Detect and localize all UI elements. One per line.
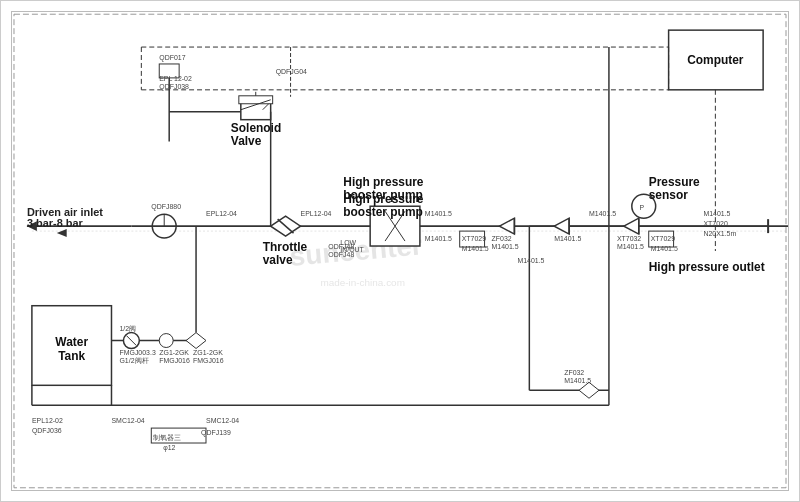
svg-text:M1401.5: M1401.5	[703, 210, 730, 217]
svg-text:M1401.5: M1401.5	[517, 257, 544, 264]
svg-text:ODFJ48: ODFJ48	[328, 251, 354, 258]
svg-text:EPL 12-02: EPL 12-02	[159, 75, 192, 82]
svg-text:Tank: Tank	[58, 349, 85, 363]
main-container: suncenter made-in-china.com Computer QDF…	[0, 0, 800, 502]
svg-text:ZF032: ZF032	[492, 235, 512, 242]
svg-text:Computer: Computer	[687, 53, 744, 67]
svg-text:G1/2阀杆: G1/2阀杆	[119, 357, 148, 364]
svg-text:SMC12-04: SMC12-04	[206, 417, 239, 424]
svg-text:Valve: Valve	[231, 134, 262, 148]
svg-text:sensor: sensor	[649, 188, 688, 202]
svg-text:ZG1-2GK: ZG1-2GK	[159, 349, 189, 356]
svg-text:SMC12-04: SMC12-04	[111, 417, 144, 424]
svg-text:EPL12-02: EPL12-02	[32, 417, 63, 424]
diagram-area: suncenter made-in-china.com Computer QDF…	[11, 11, 789, 491]
svg-text:P: P	[639, 204, 644, 211]
svg-text:3 bar-8 bar: 3 bar-8 bar	[27, 217, 84, 229]
svg-text:Water: Water	[55, 335, 88, 349]
svg-text:M1401.5: M1401.5	[589, 210, 616, 217]
svg-text:1/2阀: 1/2阀	[119, 325, 136, 332]
svg-text:XT7029: XT7029	[651, 235, 675, 242]
svg-text:M1401.5: M1401.5	[492, 243, 519, 250]
svg-text:High pressure: High pressure	[343, 175, 424, 189]
svg-text:M1401.5: M1401.5	[617, 243, 644, 250]
svg-text:M1401.5: M1401.5	[651, 245, 678, 252]
svg-text:valve: valve	[263, 253, 293, 267]
svg-text:ZG1-2GK: ZG1-2GK	[193, 349, 223, 356]
svg-text:φ12: φ12	[163, 444, 175, 452]
svg-text:QDFJ139: QDFJ139	[201, 429, 231, 437]
svg-text:QDFJ038: QDFJ038	[159, 83, 189, 91]
svg-text:XT7032: XT7032	[617, 235, 641, 242]
svg-point-60	[159, 334, 173, 348]
svg-text:制氧器三: 制氧器三	[153, 434, 181, 441]
svg-text:EPL12-04: EPL12-04	[301, 210, 332, 217]
svg-text:FMGJ003.3: FMGJ003.3	[119, 349, 155, 356]
svg-text:N20X1.5m: N20X1.5m	[703, 230, 736, 237]
svg-text:M1401.5: M1401.5	[425, 210, 452, 217]
svg-text:High pressure: High pressure	[343, 192, 424, 206]
svg-text:FMGJ016: FMGJ016	[193, 357, 224, 364]
svg-text:QDF017: QDF017	[159, 54, 185, 62]
svg-text:Pressure: Pressure	[649, 175, 700, 189]
svg-text:QDFJ036: QDFJ036	[32, 427, 62, 435]
svg-text:booster pump: booster pump	[343, 205, 422, 219]
svg-text:High pressure outlet: High pressure outlet	[649, 260, 765, 274]
svg-text:FMGJ016: FMGJ016	[159, 357, 190, 364]
svg-text:Throttle: Throttle	[263, 240, 308, 254]
svg-text:XT7029: XT7029	[462, 235, 486, 242]
svg-text:made-in-china.com: made-in-china.com	[320, 277, 405, 288]
svg-text:M1401.5: M1401.5	[425, 235, 452, 242]
svg-rect-17	[239, 96, 273, 104]
svg-text:M1401.5: M1401.5	[462, 245, 489, 252]
svg-text:XT7020: XT7020	[703, 220, 727, 227]
svg-text:Solenoid: Solenoid	[231, 121, 281, 135]
svg-text:QDFJG04: QDFJG04	[276, 68, 307, 76]
svg-text:M1401.5: M1401.5	[554, 235, 581, 242]
svg-text:ODFJ48: ODFJ48	[328, 243, 354, 250]
svg-text:EPL12-04: EPL12-04	[206, 210, 237, 217]
svg-text:ZF032: ZF032	[564, 369, 584, 376]
svg-text:QDFJ880: QDFJ880	[151, 203, 181, 211]
